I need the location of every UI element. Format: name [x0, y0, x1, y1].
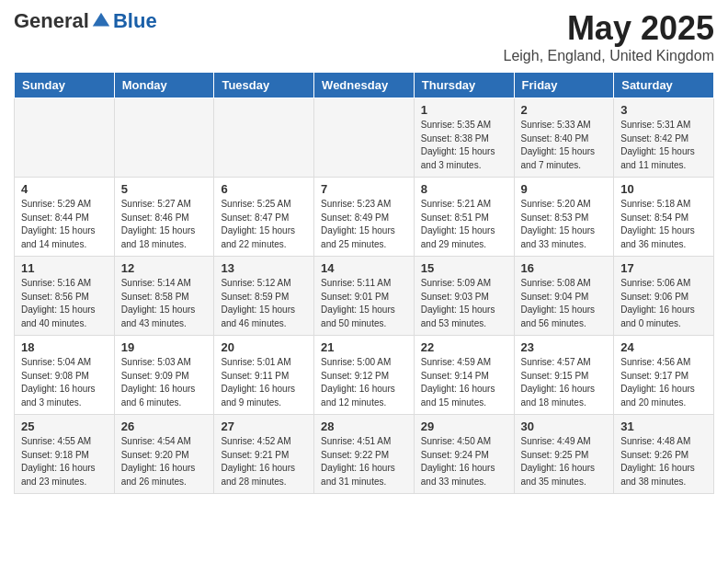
day-info: Sunrise: 5:11 AM Sunset: 9:01 PM Dayligh… [321, 277, 407, 330]
week-row-2: 4Sunrise: 5:29 AM Sunset: 8:44 PM Daylig… [15, 178, 714, 257]
day-number: 24 [620, 340, 707, 354]
day-info: Sunrise: 5:01 AM Sunset: 9:11 PM Dayligh… [221, 356, 307, 409]
title-area: May 2025 Leigh, England, United Kingdom [504, 9, 715, 64]
calendar-cell: 23Sunrise: 4:57 AM Sunset: 9:15 PM Dayli… [514, 336, 614, 415]
calendar-cell: 3Sunrise: 5:31 AM Sunset: 8:42 PM Daylig… [614, 98, 714, 178]
day-number: 5 [121, 182, 208, 196]
calendar-cell: 7Sunrise: 5:23 AM Sunset: 8:49 PM Daylig… [314, 178, 415, 257]
day-info: Sunrise: 4:50 AM Sunset: 9:24 PM Dayligh… [421, 435, 507, 488]
day-number: 8 [421, 182, 507, 196]
location: Leigh, England, United Kingdom [504, 48, 715, 64]
calendar-cell: 17Sunrise: 5:06 AM Sunset: 9:06 PM Dayli… [614, 257, 714, 336]
calendar-cell: 5Sunrise: 5:27 AM Sunset: 8:46 PM Daylig… [114, 178, 214, 257]
calendar-cell: 2Sunrise: 5:33 AM Sunset: 8:40 PM Daylig… [514, 98, 614, 178]
day-info: Sunrise: 5:31 AM Sunset: 8:42 PM Dayligh… [620, 119, 707, 172]
day-header-tuesday: Tuesday [214, 73, 314, 98]
calendar-cell: 15Sunrise: 5:09 AM Sunset: 9:03 PM Dayli… [414, 257, 514, 336]
day-number: 15 [421, 261, 507, 275]
day-number: 26 [121, 419, 208, 433]
day-number: 10 [620, 182, 707, 196]
calendar-cell: 25Sunrise: 4:55 AM Sunset: 9:18 PM Dayli… [15, 415, 115, 494]
day-info: Sunrise: 5:33 AM Sunset: 8:40 PM Dayligh… [521, 119, 608, 172]
calendar-cell: 30Sunrise: 4:49 AM Sunset: 9:25 PM Dayli… [514, 415, 614, 494]
day-number: 31 [620, 419, 707, 433]
calendar-cell: 18Sunrise: 5:04 AM Sunset: 9:08 PM Dayli… [15, 336, 115, 415]
day-info: Sunrise: 5:29 AM Sunset: 8:44 PM Dayligh… [21, 198, 108, 251]
calendar-cell: 4Sunrise: 5:29 AM Sunset: 8:44 PM Daylig… [15, 178, 115, 257]
calendar-cell: 21Sunrise: 5:00 AM Sunset: 9:12 PM Dayli… [314, 336, 415, 415]
day-info: Sunrise: 4:55 AM Sunset: 9:18 PM Dayligh… [21, 435, 108, 488]
day-number: 29 [421, 419, 507, 433]
day-number: 21 [321, 340, 407, 354]
calendar-cell: 16Sunrise: 5:08 AM Sunset: 9:04 PM Dayli… [514, 257, 614, 336]
day-info: Sunrise: 5:04 AM Sunset: 9:08 PM Dayligh… [21, 356, 108, 409]
calendar-cell: 28Sunrise: 4:51 AM Sunset: 9:22 PM Dayli… [314, 415, 415, 494]
day-number: 20 [221, 340, 307, 354]
calendar-cell: 29Sunrise: 4:50 AM Sunset: 9:24 PM Dayli… [414, 415, 514, 494]
day-info: Sunrise: 5:25 AM Sunset: 8:47 PM Dayligh… [221, 198, 307, 251]
day-info: Sunrise: 4:59 AM Sunset: 9:14 PM Dayligh… [421, 356, 507, 409]
day-number: 1 [421, 103, 507, 117]
day-info: Sunrise: 5:14 AM Sunset: 8:58 PM Dayligh… [121, 277, 208, 330]
day-info: Sunrise: 5:03 AM Sunset: 9:09 PM Dayligh… [121, 356, 208, 409]
day-header-saturday: Saturday [614, 73, 714, 98]
day-number: 16 [521, 261, 608, 275]
calendar-cell: 26Sunrise: 4:54 AM Sunset: 9:20 PM Dayli… [114, 415, 214, 494]
week-row-3: 11Sunrise: 5:16 AM Sunset: 8:56 PM Dayli… [15, 257, 714, 336]
calendar-body: 1Sunrise: 5:35 AM Sunset: 8:38 PM Daylig… [15, 98, 714, 494]
day-info: Sunrise: 4:52 AM Sunset: 9:21 PM Dayligh… [221, 435, 307, 488]
page-header: General Blue May 2025 Leigh, England, Un… [14, 9, 714, 64]
calendar-cell: 9Sunrise: 5:20 AM Sunset: 8:53 PM Daylig… [514, 178, 614, 257]
day-number: 13 [221, 261, 307, 275]
day-number: 14 [321, 261, 407, 275]
calendar-cell: 14Sunrise: 5:11 AM Sunset: 9:01 PM Dayli… [314, 257, 415, 336]
day-number: 4 [21, 182, 108, 196]
day-info: Sunrise: 5:08 AM Sunset: 9:04 PM Dayligh… [521, 277, 608, 330]
calendar-cell [214, 98, 314, 178]
day-number: 19 [121, 340, 208, 354]
day-number: 18 [21, 340, 108, 354]
calendar-cell: 10Sunrise: 5:18 AM Sunset: 8:54 PM Dayli… [614, 178, 714, 257]
day-number: 2 [521, 103, 608, 117]
day-number: 6 [221, 182, 307, 196]
day-info: Sunrise: 5:23 AM Sunset: 8:49 PM Dayligh… [321, 198, 407, 251]
calendar-cell: 6Sunrise: 5:25 AM Sunset: 8:47 PM Daylig… [214, 178, 314, 257]
logo-general-text: General [14, 9, 89, 33]
day-number: 11 [21, 261, 108, 275]
day-info: Sunrise: 4:51 AM Sunset: 9:22 PM Dayligh… [321, 435, 407, 488]
day-header-wednesday: Wednesday [314, 73, 415, 98]
day-number: 3 [620, 103, 707, 117]
svg-marker-0 [93, 13, 109, 27]
logo-blue-text: Blue [113, 9, 157, 33]
day-info: Sunrise: 5:20 AM Sunset: 8:53 PM Dayligh… [521, 198, 608, 251]
calendar-cell: 12Sunrise: 5:14 AM Sunset: 8:58 PM Dayli… [114, 257, 214, 336]
day-info: Sunrise: 5:27 AM Sunset: 8:46 PM Dayligh… [121, 198, 208, 251]
calendar-cell: 1Sunrise: 5:35 AM Sunset: 8:38 PM Daylig… [414, 98, 514, 178]
calendar-cell [114, 98, 214, 178]
day-number: 27 [221, 419, 307, 433]
day-number: 7 [321, 182, 407, 196]
week-row-4: 18Sunrise: 5:04 AM Sunset: 9:08 PM Dayli… [15, 336, 714, 415]
day-number: 28 [321, 419, 407, 433]
calendar-cell: 31Sunrise: 4:48 AM Sunset: 9:26 PM Dayli… [614, 415, 714, 494]
calendar-cell: 24Sunrise: 4:56 AM Sunset: 9:17 PM Dayli… [614, 336, 714, 415]
day-info: Sunrise: 4:49 AM Sunset: 9:25 PM Dayligh… [521, 435, 608, 488]
calendar-cell: 11Sunrise: 5:16 AM Sunset: 8:56 PM Dayli… [15, 257, 115, 336]
day-number: 23 [521, 340, 608, 354]
day-header-friday: Friday [514, 73, 614, 98]
logo: General Blue [14, 9, 157, 33]
day-info: Sunrise: 5:09 AM Sunset: 9:03 PM Dayligh… [421, 277, 507, 330]
day-info: Sunrise: 5:16 AM Sunset: 8:56 PM Dayligh… [21, 277, 108, 330]
day-info: Sunrise: 5:21 AM Sunset: 8:51 PM Dayligh… [421, 198, 507, 251]
calendar-cell [15, 98, 115, 178]
calendar-cell: 27Sunrise: 4:52 AM Sunset: 9:21 PM Dayli… [214, 415, 314, 494]
calendar-cell: 22Sunrise: 4:59 AM Sunset: 9:14 PM Dayli… [414, 336, 514, 415]
day-info: Sunrise: 5:00 AM Sunset: 9:12 PM Dayligh… [321, 356, 407, 409]
month-title: May 2025 [504, 9, 715, 48]
day-info: Sunrise: 5:06 AM Sunset: 9:06 PM Dayligh… [620, 277, 707, 330]
calendar-cell [314, 98, 415, 178]
day-info: Sunrise: 5:18 AM Sunset: 8:54 PM Dayligh… [620, 198, 707, 251]
calendar-table: SundayMondayTuesdayWednesdayThursdayFrid… [14, 72, 714, 494]
calendar-cell: 8Sunrise: 5:21 AM Sunset: 8:51 PM Daylig… [414, 178, 514, 257]
day-info: Sunrise: 4:54 AM Sunset: 9:20 PM Dayligh… [121, 435, 208, 488]
